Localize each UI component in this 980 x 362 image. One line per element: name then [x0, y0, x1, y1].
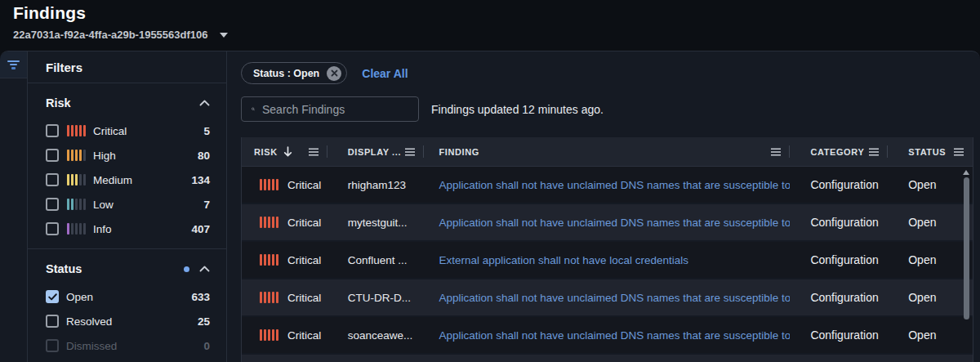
- severity-bars-icon: [67, 223, 86, 235]
- filter-item-resolved[interactable]: Resolved25: [46, 315, 210, 328]
- finding-link[interactable]: Application shall not have unclaimed DNS…: [439, 179, 791, 191]
- category-value: Configuration: [810, 178, 878, 191]
- filter-item-high[interactable]: High80: [46, 149, 210, 162]
- filter-item-count: 134: [191, 174, 210, 186]
- close-icon: [331, 69, 338, 77]
- filter-item-info[interactable]: Info407: [46, 222, 210, 235]
- filter-item-low[interactable]: Low7: [46, 198, 210, 211]
- filters-title: Filters: [28, 51, 226, 83]
- sort-desc-icon: [283, 146, 292, 157]
- chip-close-button[interactable]: [327, 66, 341, 81]
- filter-item-count: 633: [191, 291, 210, 303]
- column-header-label: CATEGORY: [810, 147, 864, 157]
- table-header-row: RISKDISPLAY ...FINDINGCATEGORYSTATUS: [242, 137, 973, 167]
- filter-panel-toggle[interactable]: [0, 51, 27, 78]
- finding-link[interactable]: Application shall not have unclaimed DNS…: [439, 217, 791, 229]
- display-name-cell: Confluent ...: [327, 242, 424, 278]
- check-icon: [48, 293, 57, 301]
- table-body: Criticalrhigham123Application shall not …: [242, 167, 973, 362]
- finding-cell: Application shall not have unclaimed DNS…: [424, 317, 791, 353]
- status-value: Open: [908, 253, 936, 266]
- table-row[interactable]: Criticalrhigham123Application shall not …: [242, 167, 973, 204]
- finding-link[interactable]: Application shall not have unclaimed DNS…: [439, 292, 791, 304]
- column-menu-icon: [953, 147, 964, 157]
- main-area: Status : Open Clear All Findings updated…: [241, 51, 973, 362]
- column-menu-button[interactable]: [404, 147, 416, 157]
- category-cell: Configuration: [790, 279, 888, 315]
- display-name: CTU-DR-D...: [348, 292, 411, 304]
- search-input[interactable]: [262, 103, 410, 116]
- category-cell: Configuration: [790, 167, 888, 203]
- filter-item-count: 7: [203, 199, 210, 211]
- table-row[interactable]: CriticalConfluent ...External applicatio…: [242, 242, 973, 279]
- checkbox-dismissed[interactable]: [46, 339, 59, 352]
- severity-bars-icon: [67, 174, 86, 185]
- scrollbar-thumb[interactable]: [964, 177, 969, 320]
- column-menu-button[interactable]: [953, 147, 964, 157]
- checkbox-open[interactable]: [46, 290, 59, 303]
- checkbox-critical[interactable]: [46, 124, 59, 137]
- filter-item-count: 80: [198, 150, 210, 162]
- status-cell: Open: [888, 167, 973, 203]
- risk-cell: Critical: [242, 167, 327, 203]
- active-filter-dot: [184, 266, 189, 272]
- column-header-display[interactable]: DISPLAY ...: [327, 137, 424, 166]
- column-menu-button[interactable]: [868, 147, 880, 157]
- column-menu-icon: [404, 147, 416, 157]
- display-name-cell: mytestguit...: [327, 204, 424, 240]
- column-menu-button[interactable]: [308, 147, 319, 157]
- category-value: Configuration: [810, 291, 878, 304]
- scope-selector[interactable]: 22a7031a-f92a-4ffa-a29b-1955563df106: [13, 29, 967, 41]
- filter-item-label: Medium: [93, 174, 132, 186]
- severity-bars-icon: [260, 179, 278, 190]
- scrollbar-up-arrow-icon[interactable]: [963, 170, 969, 175]
- filter-chip-label: Status : Open: [253, 68, 319, 79]
- column-header-status[interactable]: STATUS: [888, 137, 973, 166]
- checkbox-info[interactable]: [46, 222, 59, 235]
- search-box[interactable]: [241, 96, 419, 122]
- scope-id: 22a7031a-f92a-4ffa-a29b-1955563df106: [13, 29, 208, 41]
- checkbox-high[interactable]: [46, 149, 59, 162]
- filter-item-count: 407: [191, 223, 210, 235]
- active-filter-chips: Status : Open Clear All: [241, 62, 408, 84]
- search-icon: [252, 103, 255, 115]
- category-cell: Configuration: [790, 317, 888, 353]
- filter-section-title: Risk: [46, 96, 71, 109]
- sort-arrow[interactable]: [283, 146, 292, 157]
- filter-section-status: StatusOpen633Resolved25Dismissed0: [28, 248, 226, 362]
- chevron-down-icon[interactable]: [220, 33, 228, 38]
- status-cell: Open: [888, 317, 973, 353]
- filter-funnel-icon: [7, 60, 20, 69]
- column-header-label: RISK: [254, 147, 278, 157]
- table-row-partial[interactable]: [242, 355, 973, 362]
- filters-panel: Filters RiskCritical5High80Medium134Low7…: [28, 51, 227, 362]
- filter-item-medium[interactable]: Medium134: [46, 173, 210, 186]
- checkbox-low[interactable]: [46, 198, 59, 211]
- clear-all-link[interactable]: Clear All: [362, 67, 408, 80]
- section-collapse-button[interactable]: [199, 266, 210, 272]
- table-row[interactable]: Criticalmytestguit...Application shall n…: [242, 204, 973, 242]
- checkbox-medium[interactable]: [46, 173, 59, 186]
- filter-item-critical[interactable]: Critical5: [46, 124, 210, 137]
- column-header-category[interactable]: CATEGORY: [790, 137, 888, 166]
- finding-link[interactable]: Application shall not have unclaimed DNS…: [439, 329, 791, 342]
- filter-item-label: Open: [66, 291, 93, 303]
- table-row[interactable]: Criticalsoanceawe...Application shall no…: [242, 317, 973, 355]
- search-row: Findings updated 12 minutes ago.: [241, 96, 973, 122]
- filter-item-open[interactable]: Open633: [46, 290, 210, 303]
- table-scrollbar[interactable]: [963, 170, 969, 320]
- display-name-cell: soanceawe...: [327, 317, 424, 353]
- risk-label: Critical: [287, 254, 321, 266]
- filter-item-count: 0: [203, 340, 210, 352]
- column-menu-button[interactable]: [770, 147, 782, 157]
- findings-table: RISKDISPLAY ...FINDINGCATEGORYSTATUS Cri…: [241, 137, 973, 362]
- column-header-finding[interactable]: FINDING: [424, 137, 791, 166]
- filter-item-count: 25: [198, 315, 210, 328]
- filter-item-dismissed[interactable]: Dismissed0: [46, 339, 210, 352]
- checkbox-resolved[interactable]: [46, 315, 59, 328]
- column-header-risk[interactable]: RISK: [242, 137, 327, 166]
- column-header-label: DISPLAY ...: [348, 147, 401, 157]
- finding-link[interactable]: External application shall not have loca…: [439, 254, 688, 266]
- section-collapse-button[interactable]: [199, 100, 210, 106]
- table-row[interactable]: CriticalCTU-DR-D...Application shall not…: [242, 279, 973, 317]
